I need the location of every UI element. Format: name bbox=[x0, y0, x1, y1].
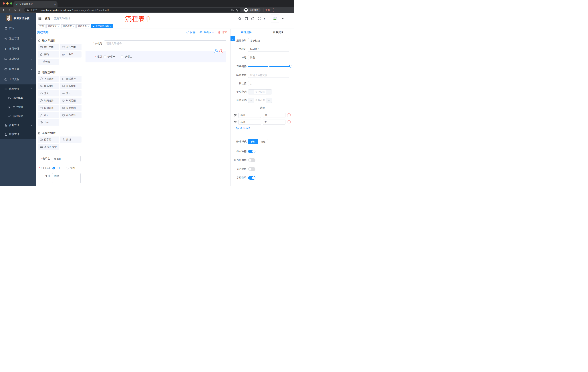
default-value-input[interactable] bbox=[248, 81, 289, 86]
sidebar-item-首页[interactable]: 首页 bbox=[0, 23, 36, 33]
sidebar-item-用户分组[interactable]: 用户分组 bbox=[0, 103, 36, 112]
reload-icon[interactable] bbox=[13, 9, 16, 11]
decrease-button[interactable]: − bbox=[248, 98, 254, 103]
form-name-input[interactable] bbox=[52, 156, 81, 162]
gender-option-2[interactable]: 选项二 bbox=[121, 55, 132, 58]
radio-icon[interactable] bbox=[66, 167, 69, 170]
sidebar-item-基础设施[interactable]: 基础设施 bbox=[0, 54, 36, 64]
sidebar-item-研发工具[interactable]: 研发工具 bbox=[0, 64, 36, 74]
forward-icon[interactable] bbox=[8, 9, 11, 12]
checkbox-icon[interactable] bbox=[121, 55, 123, 58]
palette-item-日期范围[interactable]: 日期范围 bbox=[60, 105, 82, 111]
label-width-input[interactable] bbox=[248, 73, 289, 78]
palette-item-下拉选择[interactable]: 下拉选择 bbox=[38, 76, 59, 82]
palette-item-上传[interactable]: 上传 bbox=[38, 119, 59, 126]
status-off-radio[interactable]: 关闭 bbox=[66, 167, 75, 170]
back-icon[interactable] bbox=[2, 9, 5, 12]
minimize-window-button[interactable] bbox=[6, 2, 9, 5]
drag-handle-icon[interactable] bbox=[234, 114, 237, 117]
add-option-button[interactable]: 添加选项 bbox=[236, 127, 294, 130]
palette-item-时间范围[interactable]: 时间范围 bbox=[60, 97, 82, 104]
copy-component-button[interactable] bbox=[214, 49, 218, 53]
sidebar-item-流程管理[interactable]: 流程管理 bbox=[0, 85, 36, 94]
remark-textarea[interactable]: 嘿嘿 bbox=[52, 173, 81, 183]
increase-button[interactable]: + bbox=[266, 90, 272, 94]
selected-component-gender[interactable]: *性别 选项一 选项二 bbox=[85, 51, 226, 63]
clear-button[interactable]: 清空 bbox=[218, 31, 227, 34]
tab-component-props[interactable]: 组件属性 bbox=[231, 29, 262, 36]
palette-item-编辑器[interactable]: 编辑器 bbox=[38, 59, 59, 65]
option-text-input[interactable] bbox=[238, 113, 261, 118]
home-icon[interactable] bbox=[19, 9, 22, 11]
remove-option-button[interactable] bbox=[287, 120, 291, 124]
radio-icon[interactable] bbox=[52, 167, 55, 170]
increase-button[interactable]: + bbox=[266, 98, 272, 103]
palette-item-滑块[interactable]: 滑块 bbox=[60, 90, 82, 96]
close-window-button[interactable] bbox=[3, 2, 5, 5]
component-type-select[interactable] bbox=[248, 38, 289, 43]
github-icon[interactable] bbox=[244, 17, 248, 20]
help-icon[interactable] bbox=[251, 17, 254, 20]
toggle-switch[interactable] bbox=[248, 176, 255, 180]
tab-form-props[interactable]: 表单属性 bbox=[262, 29, 294, 36]
tag-流程表单[interactable]: 流程表单× bbox=[76, 24, 90, 28]
palette-item-密码[interactable]: 密码 bbox=[38, 51, 59, 57]
palette-item-计数器[interactable]: 123计数器 bbox=[60, 51, 82, 57]
palette-item-评分[interactable]: 评分 bbox=[38, 112, 59, 118]
grid-slider[interactable] bbox=[248, 64, 291, 69]
sidebar-item-流程表单[interactable]: 流程表单 bbox=[0, 94, 36, 103]
bookmark-star-icon[interactable] bbox=[235, 9, 238, 12]
font-size-icon[interactable]: TT bbox=[264, 17, 268, 20]
sidebar-item-支付管理[interactable]: ¥支付管理 bbox=[0, 44, 36, 54]
view-json-button[interactable]: 查看json bbox=[200, 31, 214, 34]
sidebar-item-任务管理[interactable]: 任务管理 bbox=[0, 121, 36, 130]
option-value-input[interactable] bbox=[263, 113, 285, 118]
avatar-caret-icon[interactable] bbox=[282, 18, 284, 19]
slider-runway[interactable] bbox=[248, 66, 291, 67]
tag-首页[interactable]: 首页 bbox=[38, 24, 45, 28]
toggle-switch[interactable] bbox=[248, 167, 255, 171]
palette-item-多行文本[interactable]: 多行文本 bbox=[60, 44, 82, 50]
sidebar-item-流程模型[interactable]: 流程模型 bbox=[0, 112, 36, 121]
password-key-icon[interactable] bbox=[231, 9, 234, 11]
tag-close-icon[interactable]: × bbox=[73, 25, 74, 28]
sidebar-item-请假查询[interactable]: 请假查询 bbox=[0, 130, 36, 139]
style-default-button[interactable]: 默认 bbox=[248, 139, 258, 144]
gender-option-1[interactable]: 选项一 bbox=[104, 55, 115, 58]
palette-item-单选框组[interactable]: 单选框组 bbox=[38, 83, 59, 89]
security-label[interactable]: 不安全 bbox=[30, 9, 37, 12]
palette-item-行容器[interactable]: 行容器 bbox=[38, 137, 59, 143]
tag-close-icon[interactable]: × bbox=[88, 25, 89, 28]
slider-handle[interactable] bbox=[289, 65, 292, 67]
palette-item-颜色选择[interactable]: 颜色选择 bbox=[60, 112, 82, 118]
drag-handle-icon[interactable] bbox=[234, 121, 237, 124]
palette-item-表格[开发中][interactable]: 表格[开发中] bbox=[38, 144, 59, 150]
status-on-radio[interactable]: 开启 bbox=[52, 167, 61, 170]
phone-field-row[interactable]: *手机号 bbox=[83, 40, 230, 46]
browser-tab[interactable]: 芋道管理系统 × bbox=[13, 1, 57, 7]
tag-流程模型[interactable]: 流程模型× bbox=[61, 24, 75, 28]
tab-close-icon[interactable]: × bbox=[54, 3, 56, 5]
toggle-switch[interactable] bbox=[248, 158, 255, 162]
browser-update-button[interactable]: 更新 bbox=[263, 8, 274, 12]
link-tab-icon[interactable] bbox=[231, 36, 235, 41]
option-text-input[interactable] bbox=[238, 120, 261, 125]
sidebar-item-工作流程[interactable]: 工作流程 bbox=[0, 74, 36, 85]
search-icon[interactable] bbox=[238, 17, 242, 20]
tag-close-icon[interactable]: × bbox=[58, 25, 59, 28]
remove-option-button[interactable] bbox=[287, 113, 291, 117]
breadcrumb-home[interactable]: 首页 bbox=[45, 17, 50, 20]
window-controls[interactable] bbox=[3, 2, 12, 5]
field-name-input[interactable] bbox=[248, 47, 289, 52]
tag-close-icon[interactable]: × bbox=[110, 25, 111, 28]
save-button[interactable]: 保存 bbox=[186, 31, 195, 34]
option-value-input[interactable] bbox=[263, 120, 285, 125]
url-field[interactable]: 不安全 | dashboard.yudao.iocoder.cn/bpm/man… bbox=[24, 8, 241, 12]
phone-input[interactable] bbox=[104, 40, 226, 46]
title-input[interactable] bbox=[248, 55, 289, 60]
avatar[interactable] bbox=[271, 15, 279, 23]
sidebar-logo[interactable]: 芋道管理系统 bbox=[0, 13, 36, 23]
palette-item-级联选择[interactable]: 级联选择 bbox=[60, 76, 82, 82]
tag-流程定义[interactable]: 流程定义× bbox=[46, 24, 60, 28]
toggle-switch[interactable] bbox=[248, 149, 255, 153]
